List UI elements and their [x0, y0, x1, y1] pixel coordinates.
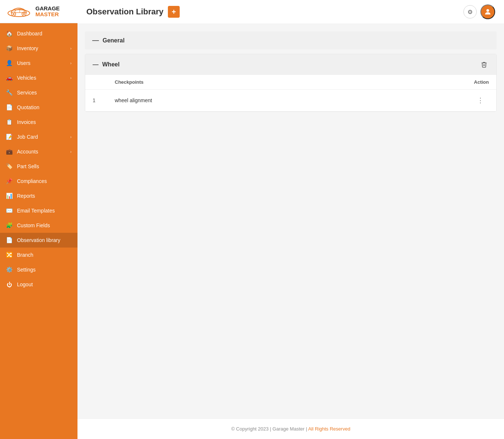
sidebar-item-settings[interactable]: ⚙️ Settings	[0, 262, 77, 277]
sidebar: GARAGE MASTER 🏠 Dashboard 📦 Inventory › …	[0, 0, 77, 439]
table-row: 1 wheel alignment ⋮	[85, 90, 496, 111]
chevron-right-icon: ›	[70, 46, 72, 51]
accounts-nav-icon: 💼	[6, 148, 13, 155]
sidebar-item-accounts[interactable]: 💼 Accounts ›	[0, 144, 77, 159]
content-area: — General — Wheel	[77, 24, 504, 418]
sidebar-item-branch[interactable]: 🔀 Branch	[0, 248, 77, 262]
nav-item-left: 📊 Reports	[6, 193, 35, 199]
sidebar-item-observation-library[interactable]: 📄 Observation library	[0, 233, 77, 248]
checkpoints-table: Checkpoints Action 1 wheel alignment ⋮	[85, 75, 496, 111]
logo-garage: GARAGE	[35, 6, 60, 12]
footer: © Copyright 2023 | Garage Master | All R…	[77, 418, 504, 439]
nav-item-left: ⏻ Logout	[6, 281, 33, 288]
sidebar-item-part-sells[interactable]: 🏷️ Part Sells	[0, 159, 77, 174]
services-nav-icon: 🔧	[6, 89, 13, 96]
logo: GARAGE MASTER	[0, 0, 77, 23]
sidebar-item-quotation[interactable]: 📄 Quotation	[0, 100, 77, 115]
logo-car-icon	[6, 4, 32, 18]
col-number	[85, 75, 107, 90]
nav-item-left: 📋 Invoices	[6, 119, 36, 125]
action-menu-button[interactable]: ⋮	[474, 95, 487, 106]
sidebar-item-users[interactable]: 👤 Users ›	[0, 56, 77, 70]
add-observation-button[interactable]: +	[168, 6, 180, 18]
users-nav-icon: 👤	[6, 60, 13, 66]
sidebar-item-label-settings: Settings	[17, 267, 36, 273]
nav-item-left: 📝 Job Card	[6, 134, 38, 140]
topbar-left: Observation Library +	[86, 6, 180, 18]
sidebar-item-label-services: Services	[17, 90, 37, 96]
page-title: Observation Library	[86, 7, 163, 17]
sidebar-item-services[interactable]: 🔧 Services	[0, 85, 77, 100]
email-templates-nav-icon: ✉️	[6, 207, 13, 214]
checkpoint-value: wheel alignment	[107, 90, 467, 111]
nav-item-left: 🏠 Dashboard	[6, 30, 42, 37]
sidebar-item-reports[interactable]: 📊 Reports	[0, 189, 77, 203]
nav-item-left: 📄 Quotation	[6, 104, 39, 111]
sidebar-item-compliances[interactable]: 📌 Compliances	[0, 174, 77, 189]
sidebar-item-custom-fields[interactable]: 🧩 Custom Fields	[0, 218, 77, 233]
sidebar-item-vehicles[interactable]: 🚗 Vehicles ›	[0, 70, 77, 85]
chevron-right-icon: ›	[70, 76, 72, 80]
svg-point-4	[13, 13, 15, 15]
row-number: 1	[85, 90, 107, 111]
chevron-right-icon: ›	[70, 149, 72, 154]
wheel-collapse-icon: —	[93, 61, 99, 68]
sidebar-item-email-templates[interactable]: ✉️ Email Templates	[0, 203, 77, 218]
wheel-subsection: — Wheel	[85, 54, 497, 112]
sidebar-item-logout[interactable]: ⏻ Logout	[0, 277, 77, 292]
sidebar-item-label-email-templates: Email Templates	[17, 208, 55, 214]
sidebar-item-label-reports: Reports	[17, 193, 35, 199]
trash-icon	[481, 61, 487, 68]
topbar-right: ⚙	[463, 4, 495, 19]
table-header-row: Checkpoints Action	[85, 75, 496, 90]
col-checkpoints: Checkpoints	[107, 75, 467, 90]
collapse-icon: —	[92, 37, 99, 44]
settings-nav-icon: ⚙️	[6, 266, 13, 273]
invoices-nav-icon: 📋	[6, 119, 13, 125]
sidebar-item-label-users: Users	[17, 60, 31, 66]
sidebar-navigation: 🏠 Dashboard 📦 Inventory › 👤 Users › 🚗 Ve…	[0, 23, 77, 439]
custom-fields-nav-icon: 🧩	[6, 222, 13, 229]
nav-item-left: 🔧 Services	[6, 89, 37, 96]
settings-gear-button[interactable]: ⚙	[463, 5, 477, 18]
sidebar-item-label-compliances: Compliances	[17, 178, 47, 184]
general-section-header[interactable]: — General	[85, 31, 497, 49]
vehicles-nav-icon: 🚗	[6, 75, 13, 81]
chevron-right-icon: ›	[70, 61, 72, 65]
sidebar-item-label-custom-fields: Custom Fields	[17, 222, 50, 228]
wheel-delete-button[interactable]	[479, 59, 489, 70]
sidebar-item-label-vehicles: Vehicles	[17, 75, 36, 81]
sidebar-item-inventory[interactable]: 📦 Inventory ›	[0, 41, 77, 56]
part-sells-nav-icon: 🏷️	[6, 163, 13, 170]
reports-nav-icon: 📊	[6, 193, 13, 199]
observation-library-nav-icon: 📄	[6, 237, 13, 243]
nav-item-left: 👤 Users	[6, 60, 31, 66]
sidebar-item-dashboard[interactable]: 🏠 Dashboard	[0, 26, 77, 41]
nav-item-left: 🧩 Custom Fields	[6, 222, 50, 229]
general-section-group: — General — Wheel	[85, 31, 497, 112]
dashboard-nav-icon: 🏠	[6, 30, 13, 37]
col-action: Action	[467, 75, 496, 90]
nav-item-left: 📌 Compliances	[6, 178, 47, 184]
action-cell: ⋮	[467, 90, 496, 111]
user-icon	[484, 8, 492, 16]
nav-item-left: ⚙️ Settings	[6, 266, 36, 273]
logo-master: MASTER	[35, 11, 60, 18]
sidebar-item-invoices[interactable]: 📋 Invoices	[0, 115, 77, 129]
sidebar-item-label-part-sells: Part Sells	[17, 163, 39, 169]
user-avatar-button[interactable]	[480, 4, 495, 19]
general-section-title: General	[103, 37, 125, 44]
svg-point-5	[23, 13, 25, 15]
compliances-nav-icon: 📌	[6, 178, 13, 184]
sidebar-item-job-card[interactable]: 📝 Job Card ›	[0, 129, 77, 144]
inventory-nav-icon: 📦	[6, 45, 13, 52]
wheel-subsection-title: Wheel	[102, 61, 120, 68]
svg-point-6	[486, 9, 489, 12]
wheel-subsection-header: — Wheel	[85, 54, 496, 75]
sidebar-item-label-accounts: Accounts	[17, 149, 38, 155]
chevron-right-icon: ›	[70, 135, 72, 139]
gear-icon: ⚙	[467, 8, 473, 15]
sidebar-item-label-quotation: Quotation	[17, 104, 39, 110]
branch-nav-icon: 🔀	[6, 252, 13, 258]
sidebar-item-label-inventory: Inventory	[17, 45, 38, 51]
